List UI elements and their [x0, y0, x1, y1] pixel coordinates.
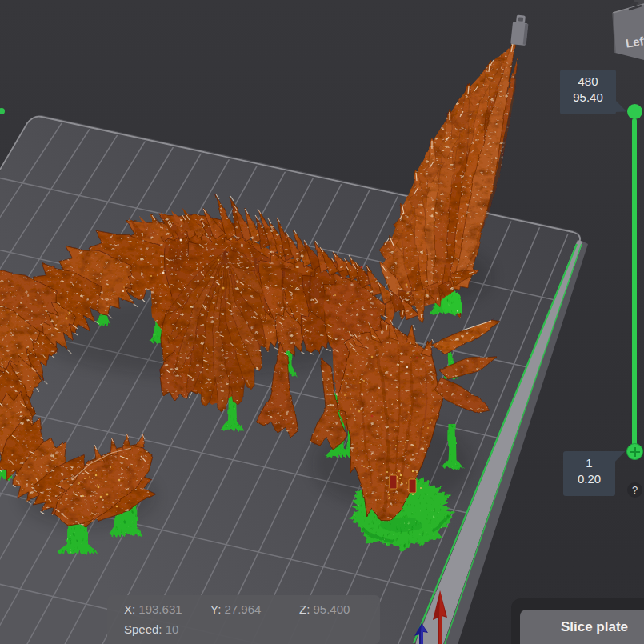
- svg-text:Left: Left: [625, 34, 644, 50]
